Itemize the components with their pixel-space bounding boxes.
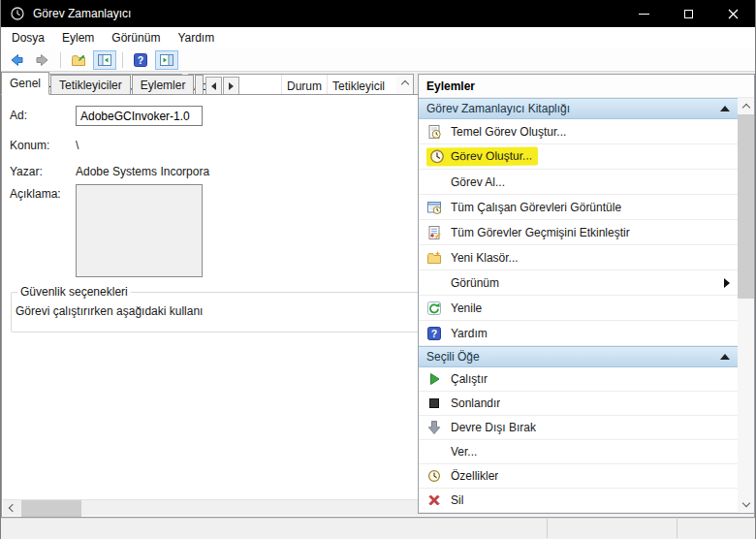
properties-clock-icon xyxy=(426,468,442,484)
action-item-gorev-olustur[interactable]: Görev Oluştur... xyxy=(419,144,738,170)
delete-icon xyxy=(426,492,442,508)
action-item-label: Sonlandır xyxy=(451,396,500,410)
console-tree-toggle-icon xyxy=(97,52,112,68)
actions-pane: Eylemler Görev Zamanlayıcı Kitaplığı Tem… xyxy=(418,74,755,514)
empty-icon-slot xyxy=(426,174,442,190)
action-item-calistir[interactable]: Çalıştır xyxy=(419,367,738,392)
submenu-arrow-icon xyxy=(724,278,730,288)
clock-icon xyxy=(10,6,25,21)
collapse-arrow-icon[interactable] xyxy=(720,106,730,111)
close-icon xyxy=(728,9,739,19)
scroll-up-button[interactable] xyxy=(738,98,754,114)
actions-vertical-scrollbar[interactable] xyxy=(738,98,754,513)
menu-bar: Dosya Eylem Görünüm Yardım xyxy=(1,27,755,48)
action-item-label: Yenile xyxy=(451,301,482,315)
action-item-label: Yeni Klasör... xyxy=(451,251,519,265)
konum-label: Konum: xyxy=(10,136,76,152)
help-icon xyxy=(426,326,442,341)
aciklama-label: Açıklama: xyxy=(10,184,76,201)
status-bar xyxy=(1,518,755,539)
forward-button[interactable] xyxy=(31,50,54,70)
action-item-gecmisi-etkinlestir[interactable]: Tüm Görevler Geçmişini Etkinleştir xyxy=(419,220,738,245)
empty-icon-slot xyxy=(426,275,442,291)
empty-icon-slot xyxy=(426,444,442,460)
yellow-highlight: Görev Oluştur... xyxy=(426,146,538,166)
action-pane-toggle-icon xyxy=(159,52,174,68)
folder-up-icon xyxy=(71,52,86,68)
create-task-clock-icon xyxy=(429,148,445,164)
action-item-ozellikler[interactable]: Özellikler xyxy=(419,464,738,489)
help-button[interactable] xyxy=(129,50,152,70)
tab-partial[interactable] xyxy=(195,75,204,95)
action-item-label: Yardım xyxy=(451,327,488,340)
scrollbar-thumb[interactable] xyxy=(738,114,754,299)
action-item-tum-calisan-gorevleri[interactable]: Tüm Çalışan Görevleri Görüntüle xyxy=(419,195,738,220)
tab-scroll-left-button[interactable] xyxy=(205,77,222,95)
toolbar-separator xyxy=(122,52,123,68)
disable-icon xyxy=(426,420,442,435)
task-scheduler-window: Görev Zamanlayıcı Dosya Eylem Görünüm Ya… xyxy=(0,0,756,539)
action-item-label: Temel Görev Oluştur... xyxy=(451,125,566,139)
action-item-yeni-klasor[interactable]: Yeni Klasör... xyxy=(419,245,738,270)
section-header-label: Seçili Öğe xyxy=(426,350,480,364)
console-tree-toggle-button[interactable] xyxy=(93,50,116,70)
back-button[interactable] xyxy=(5,50,28,70)
tab-eylemler[interactable]: Eylemler xyxy=(132,75,195,95)
section-header-selected-item[interactable]: Seçili Öğe xyxy=(419,346,738,367)
action-item-yenile[interactable]: Yenile xyxy=(419,296,738,321)
action-item-temel-gorev-olustur[interactable]: Temel Görev Oluştur... xyxy=(419,119,738,144)
minimize-button[interactable] xyxy=(621,0,666,27)
forward-icon xyxy=(35,52,50,68)
tab-genel[interactable]: Genel xyxy=(1,72,49,95)
description-field[interactable] xyxy=(76,184,203,277)
action-item-devre-disi-birak[interactable]: Devre Dışı Bırak xyxy=(419,416,738,440)
menu-dosya[interactable]: Dosya xyxy=(3,28,53,48)
back-icon xyxy=(9,52,24,68)
scroll-left-button[interactable] xyxy=(3,500,19,517)
left-arrow-icon xyxy=(211,82,216,90)
status-bar-separator xyxy=(547,519,548,538)
action-item-label: Sil xyxy=(451,493,463,507)
tab-tetikleyiciler[interactable]: Tetikleyiciler xyxy=(50,75,131,95)
action-item-label: Tüm Görevler Geçmişini Etkinleştir xyxy=(451,226,630,239)
yazar-label: Yazar: xyxy=(10,162,76,178)
toolbar xyxy=(1,48,755,72)
scroll-down-button[interactable] xyxy=(738,496,754,513)
action-item-label: Özellikler xyxy=(451,469,498,483)
close-button[interactable] xyxy=(710,0,755,27)
action-item-gorev-al[interactable]: Görev Al... xyxy=(419,170,738,195)
minimize-icon xyxy=(639,14,649,15)
security-options-legend: Güvenlik seçenekleri xyxy=(17,285,131,299)
collapse-arrow-icon[interactable] xyxy=(720,354,730,360)
scrollbar-thumb[interactable] xyxy=(21,500,81,517)
menu-gorunum[interactable]: Görünüm xyxy=(103,28,169,48)
menu-yardim[interactable]: Yardım xyxy=(169,28,223,48)
action-item-label: Ver... xyxy=(451,445,477,459)
status-bar-separator xyxy=(677,519,677,538)
section-header-label: Görev Zamanlayıcı Kitaplığı xyxy=(426,102,570,115)
action-item-gorunum[interactable]: Görünüm xyxy=(419,270,738,296)
task-name-field[interactable] xyxy=(76,106,203,126)
actions-list: Görev Zamanlayıcı Kitaplığı Temel Görev … xyxy=(419,98,738,513)
refresh-icon xyxy=(426,301,442,316)
run-icon xyxy=(426,371,442,387)
title-bar: Görev Zamanlayıcı xyxy=(1,0,755,27)
action-item-label: Görünüm xyxy=(451,276,499,290)
actions-pane-title: Eylemler xyxy=(419,75,754,98)
new-folder-icon xyxy=(426,250,442,266)
folder-up-button[interactable] xyxy=(67,50,90,70)
menu-eylem[interactable]: Eylem xyxy=(53,28,103,48)
right-arrow-icon xyxy=(229,82,234,90)
action-item-yardim[interactable]: Yardım xyxy=(419,321,738,346)
action-item-sonlandir[interactable]: Sonlandır xyxy=(419,392,738,416)
section-header-library[interactable]: Görev Zamanlayıcı Kitaplığı xyxy=(419,98,738,119)
action-pane-toggle-button[interactable] xyxy=(155,50,178,70)
maximize-icon xyxy=(684,10,693,18)
tab-scroll-right-button[interactable] xyxy=(223,77,239,95)
ad-label: Ad: xyxy=(10,106,76,122)
action-item-sil[interactable]: Sil xyxy=(419,489,738,513)
action-item-ver[interactable]: Ver... xyxy=(419,440,738,464)
action-item-label: Çalıştır xyxy=(451,372,488,386)
basic-task-icon xyxy=(426,124,442,140)
maximize-button[interactable] xyxy=(666,0,710,27)
